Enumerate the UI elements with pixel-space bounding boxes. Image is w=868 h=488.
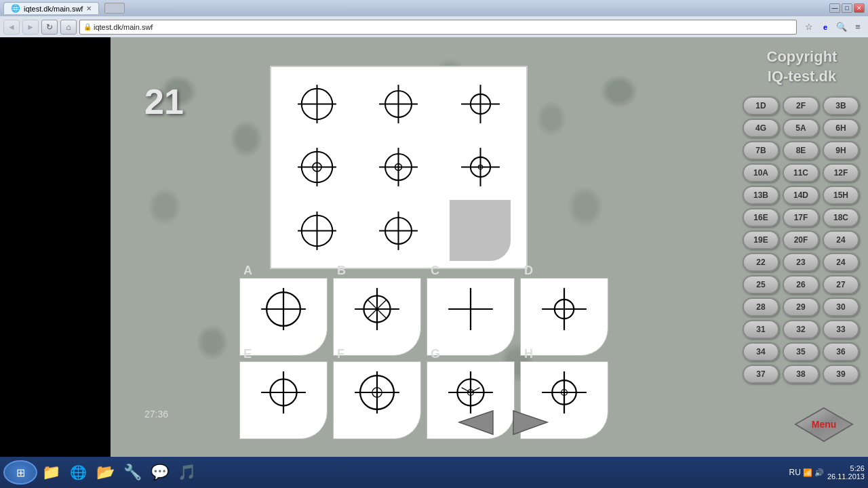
answer-grid-btn-30[interactable]: 30 [823,298,859,317]
close-btn[interactable]: ✕ [854,3,865,13]
answer-grid-btn-9H[interactable]: 9H [823,141,859,160]
search-icon[interactable]: 🔍 [835,20,848,34]
clock: 5:26 26.11.2013 [827,464,865,481]
answer-label-E: E [243,347,252,361]
answer-grid-btn-26[interactable]: 26 [783,275,819,294]
answer-grid: 1D2F3B4G5A6H7B8E9H10A11C12F13B14D15H16E1… [743,96,861,384]
answer-label-D: D [524,264,533,278]
answer-option-F[interactable]: F [333,361,421,439]
puzzle-cell-7 [278,200,356,261]
home-btn[interactable]: ⌂ [60,20,77,35]
answer-grid-btn-19E[interactable]: 19E [743,230,779,249]
answer-grid-btn-39[interactable]: 39 [823,365,859,384]
answer-grid-btn-10A[interactable]: 10A [743,163,779,182]
prev-btn[interactable] [456,407,496,438]
copyright-line2: IQ-test.dk [743,67,861,87]
next-btn[interactable] [510,407,551,438]
media-icon: 🎵 [178,464,196,481]
ie-icon[interactable]: e [818,20,832,34]
sys-tray-icons: RU 📶 🔊 [789,468,824,477]
answer-label-B: B [337,264,346,278]
app-container: 21 27:36 [111,37,868,457]
answer-option-E[interactable]: E [239,361,328,439]
answer-grid-btn-33[interactable]: 33 [823,320,859,339]
answer-option-A[interactable]: A [239,278,328,356]
answer-grid-btn-22[interactable]: 22 [743,253,779,272]
question-number: 21 [144,81,184,122]
start-button[interactable]: ⊞ [3,460,37,485]
menu-icon[interactable]: ≡ [851,20,865,34]
back-btn[interactable]: ◄ [3,20,20,35]
answer-grid-btn-28[interactable]: 28 [743,298,779,317]
svg-marker-58 [513,411,547,434]
taskbar-app-tool[interactable]: 🔧 [119,460,146,485]
taskbar-app-chrome[interactable]: 🌐 [64,460,92,485]
answer-grid-btn-38[interactable]: 38 [783,365,819,384]
puzzle-cell-2 [359,74,437,134]
volume-icon: 🔊 [814,468,824,477]
puzzle-cell-6 [441,137,519,197]
answer-grid-btn-23[interactable]: 23 [783,253,819,272]
answer-grid-btn-24[interactable]: 24 [823,253,859,272]
title-bar: 🌐 iqtest.dk/main.swf ✕ — □ ✕ [0,0,868,16]
answer-grid-btn-8E[interactable]: 8E [783,141,819,160]
taskbar-app-files[interactable]: 📂 [92,460,119,485]
answer-grid-btn-4G[interactable]: 4G [743,119,779,138]
answer-grid-btn-6H[interactable]: 6H [823,119,859,138]
maximize-btn[interactable]: □ [842,3,852,13]
answer-grid-btn-31[interactable]: 31 [743,320,779,339]
tab-close-btn[interactable]: ✕ [86,5,92,12]
chrome-icon: 🌐 [70,464,87,481]
taskbar-app-skype[interactable]: 💬 [146,460,173,485]
star-icon[interactable]: ☆ [802,20,816,34]
answer-label-C: C [431,264,439,278]
nav-arrows [456,407,551,438]
lock-icon: 🔒 [83,23,92,30]
nav-bar: ◄ ► ↻ ⌂ 🔒 iqtest.dk/main.swf ☆ e 🔍 ≡ [0,16,868,37]
explorer-icon: 📁 [42,464,60,481]
puzzle-cell-8 [359,200,437,261]
answer-grid-btn-32[interactable]: 32 [783,320,819,339]
answer-grid-btn-2F[interactable]: 2F [783,96,819,115]
taskbar-app-media[interactable]: 🎵 [173,460,200,485]
answer-grid-btn-20F[interactable]: 20F [783,230,819,249]
refresh-btn[interactable]: ↻ [41,20,58,35]
answer-grid-btn-11C[interactable]: 11C [783,163,819,182]
answer-grid-btn-37[interactable]: 37 [743,365,779,384]
answer-grid-btn-16E[interactable]: 16E [743,208,779,227]
minimize-btn[interactable]: — [829,3,840,13]
answer-grid-btn-7B[interactable]: 7B [743,141,779,160]
new-tab-btn[interactable] [104,3,125,14]
answer-grid-btn-34[interactable]: 34 [743,342,779,361]
answer-option-C[interactable]: C [427,278,515,356]
puzzle-cell-9-missing [441,200,519,261]
taskbar-app-explorer[interactable]: 📁 [37,460,64,485]
answer-grid-btn-24[interactable]: 24 [823,230,859,249]
forward-btn[interactable]: ► [22,20,39,35]
answer-grid-btn-17F[interactable]: 17F [783,208,819,227]
window-controls: — □ ✕ [829,3,865,13]
address-bar[interactable]: 🔒 iqtest.dk/main.swf [79,20,797,35]
menu-button[interactable]: Menu [793,406,854,443]
answer-grid-btn-1D[interactable]: 1D [743,96,779,115]
answer-grid-btn-5A[interactable]: 5A [783,119,819,138]
answer-grid-btn-13B[interactable]: 13B [743,186,779,205]
answer-grid-btn-15H[interactable]: 15H [823,186,859,205]
answer-grid-btn-27[interactable]: 27 [823,275,859,294]
answer-grid-btn-35[interactable]: 35 [783,342,819,361]
missing-placeholder [450,200,511,261]
answer-grid-btn-3B[interactable]: 3B [823,96,859,115]
answer-grid-btn-36[interactable]: 36 [823,342,859,361]
answer-option-B[interactable]: B [333,278,421,356]
answer-label-H: H [524,347,533,361]
answer-grid-btn-29[interactable]: 29 [783,298,819,317]
answer-grid-btn-14D[interactable]: 14D [783,186,819,205]
browser-tab[interactable]: 🌐 iqtest.dk/main.swf ✕ [3,2,99,14]
puzzle-cell-1 [278,74,356,134]
answer-option-D[interactable]: D [520,278,608,356]
answer-grid-btn-25[interactable]: 25 [743,275,779,294]
windows-icon: ⊞ [16,466,25,479]
answer-grid-btn-18C[interactable]: 18C [823,208,859,227]
puzzle-cell-5 [359,137,437,197]
answer-grid-btn-12F[interactable]: 12F [823,163,859,182]
